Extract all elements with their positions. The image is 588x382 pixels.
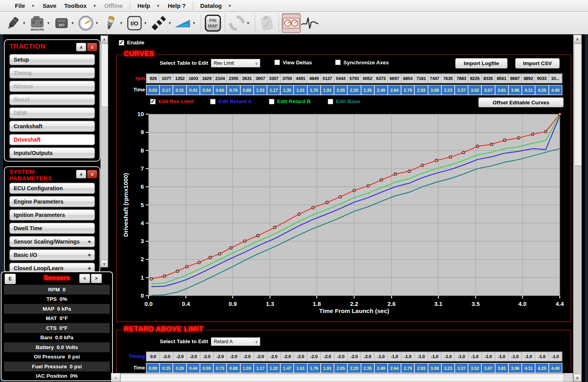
scroll-up-icon[interactable]: ∧: [101, 36, 108, 43]
dropdown-arrow-icon[interactable]: ▼: [168, 21, 172, 25]
table-cell[interactable]: 0.54: [200, 85, 213, 95]
table-cell[interactable]: 3.08: [428, 85, 441, 95]
sensors-tool-button[interactable]: SENSORS: [28, 14, 46, 33]
scroll-left-icon[interactable]: ‹: [111, 373, 120, 382]
dropdown-arrow-icon[interactable]: ▼: [120, 21, 123, 25]
table-cell[interactable]: 3.52: [468, 364, 481, 373]
table-cell[interactable]: 2.79: [401, 364, 414, 373]
table-cell[interactable]: 10...: [549, 74, 562, 83]
menu-item-help[interactable]: Help▼: [133, 2, 163, 9]
table-cell[interactable]: -2.0: [281, 352, 294, 361]
table-cell[interactable]: 7447: [428, 74, 441, 83]
table-cell[interactable]: -2.0: [294, 352, 307, 361]
table-cell[interactable]: 3.37: [455, 85, 468, 95]
table-cell[interactable]: 7635: [441, 74, 454, 83]
table-cell[interactable]: 8226: [468, 74, 481, 83]
prev-page-button[interactable]: <: [79, 274, 90, 283]
table-cell[interactable]: 4.25: [535, 364, 548, 373]
table-cell[interactable]: 7181: [415, 74, 428, 83]
table-cell[interactable]: 5793: [348, 74, 361, 83]
table-cell[interactable]: -2.0: [227, 352, 240, 361]
left-panel-scrollbar[interactable]: ∧ ∨: [100, 35, 108, 267]
table-cell[interactable]: -1.0: [374, 352, 387, 361]
system-item-dwell-time[interactable]: Dwell Time: [9, 223, 95, 234]
surface-map-tool-button[interactable]: [174, 14, 192, 33]
menu-item-help[interactable]: Help ?: [164, 2, 190, 9]
table-cell[interactable]: 2.49: [375, 85, 387, 95]
offset-editable-curves-button[interactable]: Offset Editable Curves: [478, 97, 564, 107]
table-cell[interactable]: -2.0: [254, 352, 267, 361]
table-cell[interactable]: 6697: [388, 74, 401, 83]
table-cell[interactable]: 2.35: [361, 85, 374, 95]
table-cell[interactable]: -1.0: [508, 352, 521, 361]
table-cell[interactable]: 2.79: [401, 85, 414, 95]
dropdown-arrow-icon[interactable]: ▼: [246, 21, 250, 25]
table-cell[interactable]: 4.40: [549, 85, 562, 95]
table-cell[interactable]: 8561: [495, 74, 508, 83]
table-cell[interactable]: 1.03: [241, 364, 253, 373]
table-cell[interactable]: 2.20: [348, 85, 360, 95]
table-cell[interactable]: 4.25: [535, 85, 548, 95]
table-cell[interactable]: 0.31: [173, 85, 186, 95]
system-item-basic-i-o[interactable]: Basic I/O+: [9, 249, 95, 260]
traction-item-driveshaft[interactable]: Driveshaft: [9, 134, 95, 145]
table-cell[interactable]: 6373: [374, 74, 387, 83]
horizontal-scrollbar[interactable]: ‹: [111, 373, 573, 382]
table-cell[interactable]: 6854: [401, 74, 414, 83]
traction-item-setup[interactable]: Setup: [9, 54, 95, 65]
table-cell[interactable]: 2.64: [388, 364, 401, 373]
efi-module-tool-button[interactable]: EFI: [53, 14, 71, 33]
table-cell[interactable]: 926: [147, 74, 160, 83]
table-cell[interactable]: -2.0: [187, 352, 200, 361]
table-cell[interactable]: -2.0: [200, 352, 213, 361]
waveform-tool-button[interactable]: [301, 14, 319, 33]
scrollbar-thumb[interactable]: [101, 44, 108, 107]
table-cell[interactable]: 2.64: [388, 85, 401, 95]
table-cell[interactable]: 2.93: [415, 85, 427, 95]
retard-table-select-dropdown[interactable]: Retard A∨: [211, 337, 260, 346]
table-cell[interactable]: 2104: [214, 74, 227, 83]
table-cell[interactable]: 9033: [535, 74, 548, 83]
table-cell[interactable]: 6052: [361, 74, 374, 83]
table-cell[interactable]: 1.47: [281, 364, 293, 373]
table-cell[interactable]: -2.0: [321, 352, 334, 361]
table-cell[interactable]: 3.08: [428, 364, 441, 373]
table-cell[interactable]: -2.0: [348, 352, 361, 361]
table-cell[interactable]: 1.35: [281, 85, 293, 95]
scrollbar-thumb[interactable]: [574, 44, 582, 166]
dropdown-arrow-icon[interactable]: ▼: [95, 21, 99, 25]
table-cell[interactable]: 3.23: [442, 85, 454, 95]
table-cell[interactable]: 2.49: [375, 364, 387, 373]
table-cell[interactable]: 0.29: [173, 364, 186, 373]
system-item-engine-parameters[interactable]: Engine Parameters: [9, 196, 95, 207]
table-cell[interactable]: 3.23: [442, 364, 454, 373]
dropdown-arrow-icon[interactable]: ▼: [71, 21, 74, 25]
table-cell[interactable]: -1.0: [549, 352, 562, 361]
table-cell[interactable]: 1.17: [254, 364, 267, 373]
table-cell[interactable]: -1.0: [388, 352, 401, 361]
scroll-down-icon[interactable]: ∨: [101, 260, 108, 267]
table-cell[interactable]: 4.11: [522, 85, 535, 95]
table-cell[interactable]: 2631: [240, 74, 253, 83]
table-cell[interactable]: 2.35: [361, 364, 374, 373]
table-cell[interactable]: 0.0: [147, 352, 160, 361]
table-cell[interactable]: -1.0: [415, 352, 428, 361]
table-cell[interactable]: -1.0: [401, 352, 414, 361]
table-cell[interactable]: 2.20: [348, 364, 360, 373]
table-cell[interactable]: 4491: [294, 74, 307, 83]
import-logfile-button[interactable]: Import Logfile: [455, 58, 508, 69]
table-cell[interactable]: 1.17: [267, 85, 280, 95]
table-cell[interactable]: 4849: [307, 74, 320, 83]
gauges-tool-button[interactable]: [282, 13, 301, 33]
table-cell[interactable]: 0.76: [227, 85, 240, 95]
import-csv-button[interactable]: Import CSV: [515, 58, 560, 69]
table-cell[interactable]: 5137: [321, 74, 334, 83]
table-cell[interactable]: 1.91: [321, 364, 334, 373]
pin-map-tool-button[interactable]: PIN MAP: [204, 14, 222, 33]
table-cell[interactable]: 2.93: [415, 364, 427, 373]
table-cell[interactable]: 2305: [227, 74, 240, 83]
table-cell[interactable]: 0.66: [214, 85, 226, 95]
gauge-tool-button[interactable]: [77, 14, 95, 33]
table-cell[interactable]: 7883: [455, 74, 468, 83]
table-cell[interactable]: 1.32: [267, 364, 280, 373]
